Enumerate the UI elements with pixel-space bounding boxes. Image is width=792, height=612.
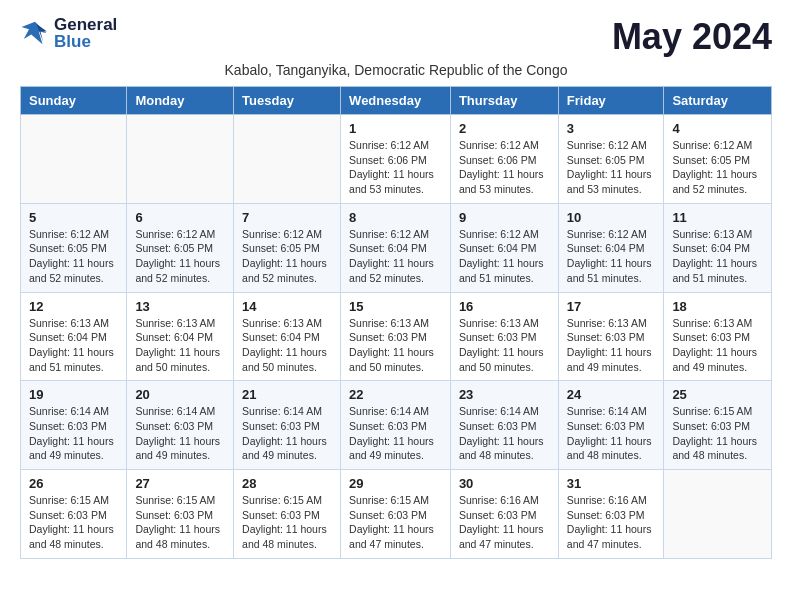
calendar-cell: 20Sunrise: 6:14 AMSunset: 6:03 PMDayligh…	[127, 381, 234, 470]
calendar-cell: 26Sunrise: 6:15 AMSunset: 6:03 PMDayligh…	[21, 470, 127, 559]
day-number: 1	[349, 121, 442, 136]
day-info: Sunrise: 6:13 AMSunset: 6:03 PMDaylight:…	[459, 316, 550, 375]
calendar-cell: 9Sunrise: 6:12 AMSunset: 6:04 PMDaylight…	[450, 203, 558, 292]
calendar-cell: 13Sunrise: 6:13 AMSunset: 6:04 PMDayligh…	[127, 292, 234, 381]
day-number: 19	[29, 387, 118, 402]
calendar-cell: 5Sunrise: 6:12 AMSunset: 6:05 PMDaylight…	[21, 203, 127, 292]
calendar-cell: 21Sunrise: 6:14 AMSunset: 6:03 PMDayligh…	[234, 381, 341, 470]
day-number: 29	[349, 476, 442, 491]
calendar-cell: 27Sunrise: 6:15 AMSunset: 6:03 PMDayligh…	[127, 470, 234, 559]
weekday-header-tuesday: Tuesday	[234, 87, 341, 115]
day-info: Sunrise: 6:13 AMSunset: 6:04 PMDaylight:…	[242, 316, 332, 375]
day-info: Sunrise: 6:12 AMSunset: 6:05 PMDaylight:…	[135, 227, 225, 286]
weekday-header-wednesday: Wednesday	[341, 87, 451, 115]
day-number: 11	[672, 210, 763, 225]
day-info: Sunrise: 6:12 AMSunset: 6:04 PMDaylight:…	[349, 227, 442, 286]
day-info: Sunrise: 6:14 AMSunset: 6:03 PMDaylight:…	[135, 404, 225, 463]
calendar-cell: 15Sunrise: 6:13 AMSunset: 6:03 PMDayligh…	[341, 292, 451, 381]
day-number: 5	[29, 210, 118, 225]
day-info: Sunrise: 6:13 AMSunset: 6:03 PMDaylight:…	[349, 316, 442, 375]
day-number: 28	[242, 476, 332, 491]
calendar-cell: 2Sunrise: 6:12 AMSunset: 6:06 PMDaylight…	[450, 115, 558, 204]
logo-blue-text: Blue	[54, 33, 117, 50]
logo: General Blue	[20, 16, 117, 50]
calendar-cell: 31Sunrise: 6:16 AMSunset: 6:03 PMDayligh…	[558, 470, 664, 559]
calendar-cell: 30Sunrise: 6:16 AMSunset: 6:03 PMDayligh…	[450, 470, 558, 559]
day-info: Sunrise: 6:12 AMSunset: 6:06 PMDaylight:…	[459, 138, 550, 197]
day-number: 9	[459, 210, 550, 225]
day-number: 30	[459, 476, 550, 491]
day-number: 23	[459, 387, 550, 402]
calendar-table: SundayMondayTuesdayWednesdayThursdayFrid…	[20, 86, 772, 559]
day-info: Sunrise: 6:14 AMSunset: 6:03 PMDaylight:…	[459, 404, 550, 463]
calendar-cell: 3Sunrise: 6:12 AMSunset: 6:05 PMDaylight…	[558, 115, 664, 204]
weekday-header-monday: Monday	[127, 87, 234, 115]
day-info: Sunrise: 6:16 AMSunset: 6:03 PMDaylight:…	[459, 493, 550, 552]
day-info: Sunrise: 6:14 AMSunset: 6:03 PMDaylight:…	[29, 404, 118, 463]
day-number: 17	[567, 299, 656, 314]
calendar-cell: 6Sunrise: 6:12 AMSunset: 6:05 PMDaylight…	[127, 203, 234, 292]
day-info: Sunrise: 6:13 AMSunset: 6:03 PMDaylight:…	[672, 316, 763, 375]
day-info: Sunrise: 6:16 AMSunset: 6:03 PMDaylight:…	[567, 493, 656, 552]
day-number: 8	[349, 210, 442, 225]
day-number: 3	[567, 121, 656, 136]
calendar-cell: 16Sunrise: 6:13 AMSunset: 6:03 PMDayligh…	[450, 292, 558, 381]
day-info: Sunrise: 6:13 AMSunset: 6:04 PMDaylight:…	[135, 316, 225, 375]
day-number: 27	[135, 476, 225, 491]
logo-name: General Blue	[54, 16, 117, 50]
day-number: 31	[567, 476, 656, 491]
day-number: 2	[459, 121, 550, 136]
day-number: 20	[135, 387, 225, 402]
calendar-cell: 17Sunrise: 6:13 AMSunset: 6:03 PMDayligh…	[558, 292, 664, 381]
calendar-cell: 23Sunrise: 6:14 AMSunset: 6:03 PMDayligh…	[450, 381, 558, 470]
day-number: 25	[672, 387, 763, 402]
day-number: 26	[29, 476, 118, 491]
svg-marker-0	[22, 22, 47, 45]
calendar-cell	[21, 115, 127, 204]
weekday-header-sunday: Sunday	[21, 87, 127, 115]
logo-general-text: General	[54, 16, 117, 33]
day-info: Sunrise: 6:13 AMSunset: 6:04 PMDaylight:…	[29, 316, 118, 375]
calendar-cell: 19Sunrise: 6:14 AMSunset: 6:03 PMDayligh…	[21, 381, 127, 470]
calendar-cell: 28Sunrise: 6:15 AMSunset: 6:03 PMDayligh…	[234, 470, 341, 559]
calendar-cell: 29Sunrise: 6:15 AMSunset: 6:03 PMDayligh…	[341, 470, 451, 559]
calendar-cell: 10Sunrise: 6:12 AMSunset: 6:04 PMDayligh…	[558, 203, 664, 292]
calendar-cell	[127, 115, 234, 204]
calendar-cell: 18Sunrise: 6:13 AMSunset: 6:03 PMDayligh…	[664, 292, 772, 381]
day-info: Sunrise: 6:12 AMSunset: 6:05 PMDaylight:…	[242, 227, 332, 286]
day-number: 13	[135, 299, 225, 314]
calendar-cell: 22Sunrise: 6:14 AMSunset: 6:03 PMDayligh…	[341, 381, 451, 470]
day-info: Sunrise: 6:13 AMSunset: 6:03 PMDaylight:…	[567, 316, 656, 375]
day-info: Sunrise: 6:15 AMSunset: 6:03 PMDaylight:…	[135, 493, 225, 552]
calendar-cell: 1Sunrise: 6:12 AMSunset: 6:06 PMDaylight…	[341, 115, 451, 204]
calendar-header-row: SundayMondayTuesdayWednesdayThursdayFrid…	[21, 87, 772, 115]
day-number: 21	[242, 387, 332, 402]
calendar-cell: 25Sunrise: 6:15 AMSunset: 6:03 PMDayligh…	[664, 381, 772, 470]
calendar-week-row: 26Sunrise: 6:15 AMSunset: 6:03 PMDayligh…	[21, 470, 772, 559]
day-info: Sunrise: 6:12 AMSunset: 6:05 PMDaylight:…	[567, 138, 656, 197]
logo-icon	[20, 18, 50, 48]
calendar-cell: 24Sunrise: 6:14 AMSunset: 6:03 PMDayligh…	[558, 381, 664, 470]
day-info: Sunrise: 6:14 AMSunset: 6:03 PMDaylight:…	[567, 404, 656, 463]
page-header: General Blue May 2024	[20, 16, 772, 58]
day-info: Sunrise: 6:15 AMSunset: 6:03 PMDaylight:…	[672, 404, 763, 463]
calendar-week-row: 12Sunrise: 6:13 AMSunset: 6:04 PMDayligh…	[21, 292, 772, 381]
day-number: 24	[567, 387, 656, 402]
month-title: May 2024	[612, 16, 772, 58]
day-number: 7	[242, 210, 332, 225]
day-number: 22	[349, 387, 442, 402]
calendar-cell: 7Sunrise: 6:12 AMSunset: 6:05 PMDaylight…	[234, 203, 341, 292]
calendar-cell	[664, 470, 772, 559]
day-info: Sunrise: 6:12 AMSunset: 6:05 PMDaylight:…	[672, 138, 763, 197]
calendar-cell	[234, 115, 341, 204]
day-info: Sunrise: 6:12 AMSunset: 6:04 PMDaylight:…	[459, 227, 550, 286]
day-number: 18	[672, 299, 763, 314]
location-subtitle: Kabalo, Tanganyika, Democratic Republic …	[20, 62, 772, 78]
day-number: 6	[135, 210, 225, 225]
day-info: Sunrise: 6:12 AMSunset: 6:05 PMDaylight:…	[29, 227, 118, 286]
calendar-cell: 4Sunrise: 6:12 AMSunset: 6:05 PMDaylight…	[664, 115, 772, 204]
day-info: Sunrise: 6:13 AMSunset: 6:04 PMDaylight:…	[672, 227, 763, 286]
day-number: 12	[29, 299, 118, 314]
calendar-cell: 11Sunrise: 6:13 AMSunset: 6:04 PMDayligh…	[664, 203, 772, 292]
day-info: Sunrise: 6:12 AMSunset: 6:04 PMDaylight:…	[567, 227, 656, 286]
